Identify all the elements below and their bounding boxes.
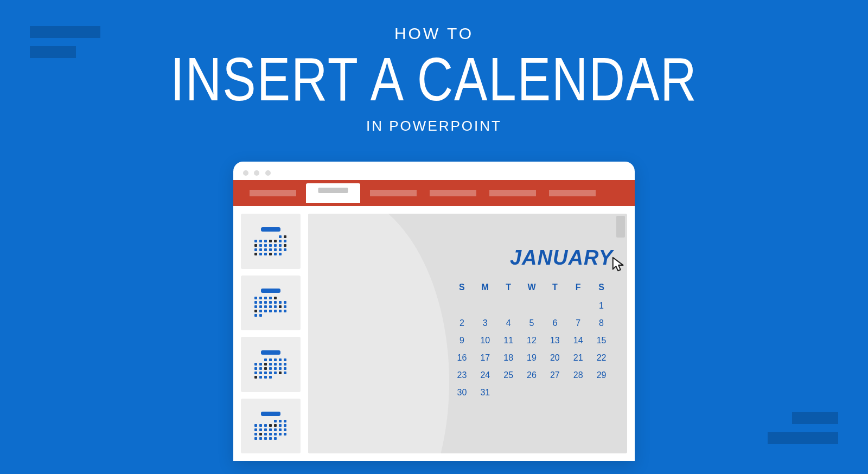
decor-bar (792, 412, 838, 424)
headline-title: INSERT A CALENDAR (0, 44, 868, 114)
day-header: S (450, 283, 474, 292)
calendar-cell: 4 (497, 318, 520, 328)
day-header: F (566, 283, 590, 292)
decor-bottom-right (768, 412, 838, 444)
calendar-cell: 17 (474, 353, 497, 363)
work-surface: JANUARY SMTWTFS ......123456789101112131… (233, 206, 635, 461)
mini-calendar-icon (254, 227, 287, 255)
calendar-cell: 13 (543, 336, 566, 345)
calendar-cell: 11 (497, 336, 520, 345)
decor-bar (768, 432, 838, 444)
calendar-cell: 22 (590, 353, 613, 363)
calendar-cell: 6 (543, 318, 566, 328)
ribbon-tab (250, 190, 296, 196)
calendar-cell: 16 (450, 353, 474, 363)
day-header: M (474, 283, 497, 292)
calendar-cell: 28 (566, 370, 590, 380)
calendar-cell: 15 (590, 336, 613, 345)
calendar-cell: 31 (474, 388, 497, 398)
day-header: S (590, 283, 613, 292)
slide-thumb (241, 337, 301, 392)
ribbon-tab (370, 190, 417, 196)
calendar-widget: JANUARY SMTWTFS ......123456789101112131… (450, 246, 613, 398)
window-titlebar (233, 162, 635, 180)
calendar-cell: 7 (566, 318, 590, 328)
calendar-cell: 10 (474, 336, 497, 345)
calendar-cell: 24 (474, 370, 497, 380)
slide-thumbnails (241, 214, 301, 453)
cursor-icon (611, 256, 627, 272)
app-window: JANUARY SMTWTFS ......123456789101112131… (233, 162, 635, 461)
calendar-grid: ......1234567891011121314151617181920212… (450, 301, 613, 398)
calendar-month-label: JANUARY (450, 246, 613, 270)
calendar-cell: 1 (590, 301, 613, 311)
calendar-cell: 19 (520, 353, 544, 363)
slide-canvas: JANUARY SMTWTFS ......123456789101112131… (308, 214, 627, 453)
window-dot-icon (243, 170, 248, 176)
window-dot-icon (254, 170, 259, 176)
calendar-cell: 5 (520, 318, 544, 328)
slide-thumb (241, 399, 301, 454)
headline: HOW TO INSERT A CALENDAR IN POWERPOINT (0, 0, 868, 134)
mini-calendar-icon (254, 412, 287, 440)
calendar-day-headers: SMTWTFS (450, 283, 613, 292)
day-header: T (543, 283, 566, 292)
slide-thumb (241, 214, 301, 269)
month-text: JANUARY (510, 246, 613, 269)
ribbon-tab (489, 190, 536, 196)
decor-bar (30, 26, 100, 38)
headline-pretitle: HOW TO (0, 24, 868, 43)
headline-subtitle: IN POWERPOINT (0, 118, 868, 134)
day-header: W (520, 283, 544, 292)
calendar-cell: 9 (450, 336, 474, 345)
mini-calendar-icon (254, 350, 287, 379)
calendar-cell: 3 (474, 318, 497, 328)
calendar-cell: 20 (543, 353, 566, 363)
calendar-cell: 8 (590, 318, 613, 328)
ribbon-tab-active (306, 183, 360, 203)
slide-thumb (241, 276, 301, 331)
calendar-cell: 18 (497, 353, 520, 363)
calendar-cell: 27 (543, 370, 566, 380)
calendar-cell: 30 (450, 388, 474, 398)
calendar-cell: 2 (450, 318, 474, 328)
canvas-highlight (308, 214, 449, 453)
scrollbar-thumb (616, 216, 625, 238)
ribbon-tab (430, 190, 476, 196)
ribbon-bar (233, 180, 635, 206)
day-header: T (497, 283, 520, 292)
calendar-cell: 29 (590, 370, 613, 380)
calendar-cell: 12 (520, 336, 544, 345)
calendar-cell: 14 (566, 336, 590, 345)
calendar-cell: 23 (450, 370, 474, 380)
calendar-cell: 26 (520, 370, 544, 380)
calendar-cell: 25 (497, 370, 520, 380)
calendar-cell: 21 (566, 353, 590, 363)
ribbon-tab (549, 190, 596, 196)
mini-calendar-icon (254, 289, 287, 317)
window-dot-icon (265, 170, 271, 176)
